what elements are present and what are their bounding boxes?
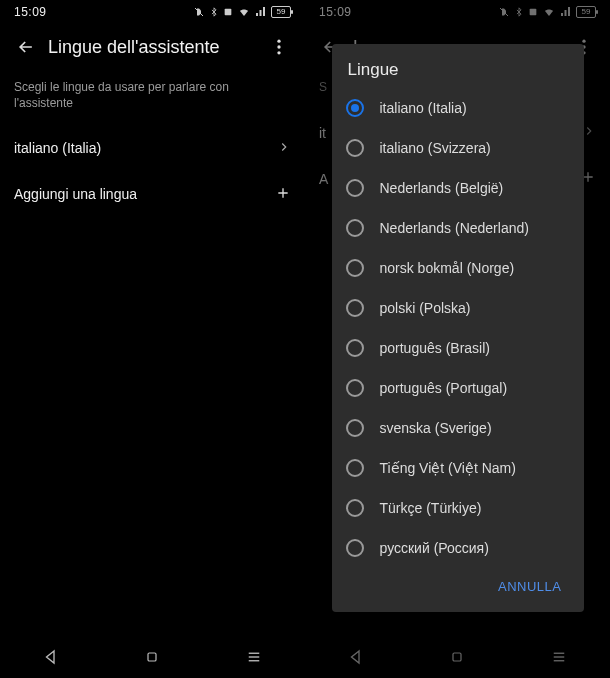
add-language-label: Aggiungi una lingua — [14, 186, 275, 202]
language-option-label: português (Brasil) — [380, 340, 491, 356]
language-option[interactable]: русский (Россия) — [332, 528, 584, 565]
radio-icon — [346, 459, 364, 477]
wifi-icon — [237, 6, 251, 18]
add-language-row[interactable]: Aggiungi una lingua — [0, 171, 305, 217]
svg-point-3 — [277, 45, 280, 48]
nav-recent-icon — [245, 648, 263, 666]
radio-icon — [346, 299, 364, 317]
dialog-actions: ANNULLA — [332, 565, 584, 612]
radio-icon — [346, 379, 364, 397]
battery-indicator: 59 — [271, 6, 291, 18]
current-language-row[interactable]: italiano (Italia) — [0, 125, 305, 171]
page-subtitle: Scegli le lingue da usare per parlare co… — [0, 70, 305, 125]
language-option-label: polski (Polska) — [380, 300, 471, 316]
status-bar: 15:09 59 — [0, 0, 305, 24]
svg-point-2 — [277, 40, 280, 43]
overflow-button[interactable] — [261, 29, 297, 65]
nfc-icon — [223, 6, 233, 18]
language-option[interactable]: italiano (Svizzera) — [332, 128, 584, 168]
language-option-label: русский (Россия) — [380, 540, 489, 556]
language-option-label: Türkçe (Türkiye) — [380, 500, 482, 516]
screen-left: 15:09 59 Lingue dell'assistente Scegli l… — [0, 0, 305, 678]
dialog-overlay[interactable]: Lingue italiano (Italia)italiano (Svizze… — [305, 0, 610, 678]
page-title: Lingue dell'assistente — [44, 37, 261, 58]
language-option-label: norsk bokmål (Norge) — [380, 260, 515, 276]
mute-icon — [193, 6, 205, 18]
nav-home-icon — [144, 649, 160, 665]
radio-icon — [346, 339, 364, 357]
radio-icon — [346, 139, 364, 157]
language-option[interactable]: português (Portugal) — [332, 368, 584, 408]
nav-recent[interactable] — [245, 648, 263, 666]
nav-bar — [0, 636, 305, 678]
svg-rect-5 — [148, 653, 156, 661]
arrow-back-icon — [16, 37, 36, 57]
nav-back-icon — [42, 648, 60, 666]
signal-icon — [255, 6, 267, 18]
language-option-label: Nederlands (Nederland) — [380, 220, 529, 236]
nav-back[interactable] — [42, 648, 60, 666]
language-option-label: italiano (Svizzera) — [380, 140, 491, 156]
cancel-button[interactable]: ANNULLA — [488, 571, 571, 602]
radio-icon — [346, 539, 364, 557]
dialog-title: Lingue — [332, 44, 584, 88]
plus-icon — [275, 185, 291, 204]
language-option-label: português (Portugal) — [380, 380, 508, 396]
nav-home[interactable] — [144, 649, 160, 665]
language-option[interactable]: Nederlands (België) — [332, 168, 584, 208]
language-option-label: Nederlands (België) — [380, 180, 504, 196]
bluetooth-icon — [209, 6, 219, 18]
language-option-label: svenska (Sverige) — [380, 420, 492, 436]
dialog-list: italiano (Italia)italiano (Svizzera)Nede… — [332, 88, 584, 565]
svg-point-4 — [277, 51, 280, 54]
radio-icon — [346, 179, 364, 197]
language-dialog: Lingue italiano (Italia)italiano (Svizze… — [332, 44, 584, 612]
radio-icon — [346, 219, 364, 237]
battery-level: 59 — [271, 6, 291, 18]
language-option[interactable]: polski (Polska) — [332, 288, 584, 328]
language-option[interactable]: norsk bokmål (Norge) — [332, 248, 584, 288]
app-bar: Lingue dell'assistente — [0, 24, 305, 70]
language-option[interactable]: Nederlands (Nederland) — [332, 208, 584, 248]
svg-rect-1 — [225, 9, 232, 16]
language-option-label: Tiếng Việt (Việt Nam) — [380, 460, 516, 476]
language-option[interactable]: português (Brasil) — [332, 328, 584, 368]
current-language-label: italiano (Italia) — [14, 140, 277, 156]
radio-icon — [346, 419, 364, 437]
screen-right: 15:09 59 L S it — [305, 0, 610, 678]
language-option-label: italiano (Italia) — [380, 100, 467, 116]
more-vert-icon — [269, 37, 289, 57]
radio-icon — [346, 259, 364, 277]
radio-icon — [346, 499, 364, 517]
status-time: 15:09 — [14, 5, 47, 19]
language-option[interactable]: italiano (Italia) — [332, 88, 584, 128]
language-option[interactable]: svenska (Sverige) — [332, 408, 584, 448]
chevron-right-icon — [277, 140, 291, 157]
radio-icon — [346, 99, 364, 117]
language-option[interactable]: Türkçe (Türkiye) — [332, 488, 584, 528]
language-option[interactable]: Tiếng Việt (Việt Nam) — [332, 448, 584, 488]
status-indicators: 59 — [193, 6, 291, 18]
back-button[interactable] — [8, 29, 44, 65]
